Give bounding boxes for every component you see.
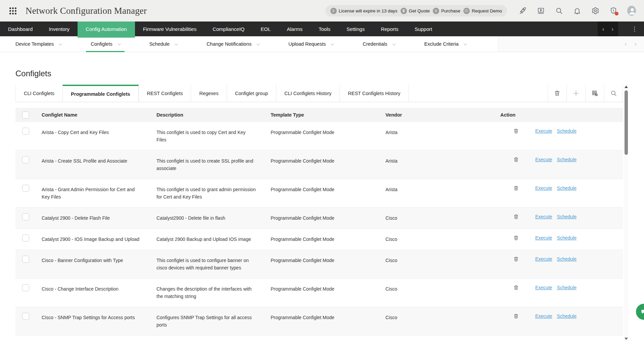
configlet-description: Configures SNMP Trap Settings for all ac… bbox=[150, 307, 265, 335]
primary-nav-items: DashboardInventoryConfig AutomationFirmw… bbox=[0, 22, 440, 36]
configlet-name: Catalyst 2900 - Delete Flash File bbox=[36, 208, 150, 228]
pill-action-label: Purchase bbox=[441, 8, 460, 13]
tab-regexes[interactable]: Regexes bbox=[191, 85, 226, 102]
subnav-item-label: Device Templates bbox=[15, 41, 54, 47]
delete-icon[interactable] bbox=[513, 214, 519, 220]
apps-grid-icon[interactable] bbox=[9, 7, 16, 14]
row-checkbox[interactable] bbox=[22, 256, 29, 263]
execute-link[interactable]: Execute bbox=[535, 234, 552, 242]
scroll-down-icon[interactable] bbox=[625, 338, 628, 340]
row-checkbox[interactable] bbox=[22, 234, 29, 242]
subnav-item-upload-requests[interactable]: Upload Requests bbox=[284, 36, 338, 52]
tab-configlet-group[interactable]: Configlet group bbox=[227, 85, 276, 102]
subnav-item-label: Upload Requests bbox=[288, 41, 326, 47]
configlet-name: Arista - Create SSL Profile and Associat… bbox=[36, 151, 150, 171]
nav-next-icon[interactable]: › bbox=[611, 26, 613, 32]
tab-cli-configlets-history[interactable]: CLI Configlets History bbox=[276, 85, 339, 102]
delete-icon[interactable] bbox=[513, 128, 519, 134]
main-content: Configlets CLI ConfigletsProgrammable Co… bbox=[0, 69, 644, 336]
request-demo-button[interactable]: Request Demo bbox=[463, 8, 502, 14]
schedule-link[interactable]: Schedule bbox=[557, 234, 577, 242]
nav-prev-icon[interactable]: ‹ bbox=[602, 26, 604, 32]
schedule-link[interactable]: Schedule bbox=[557, 213, 577, 220]
delete-icon[interactable] bbox=[513, 285, 519, 291]
subnav-item-schedule[interactable]: Schedule bbox=[145, 36, 182, 52]
nav-item-support[interactable]: Support bbox=[407, 22, 441, 36]
subnav-next-icon[interactable]: › bbox=[635, 41, 637, 47]
nav-item-settings[interactable]: Settings bbox=[338, 22, 373, 36]
nav-item-inventory[interactable]: Inventory bbox=[41, 22, 78, 36]
subnav-prev-icon[interactable]: ‹ bbox=[625, 41, 627, 47]
toolbar-delete-icon[interactable] bbox=[548, 85, 566, 102]
execute-link[interactable]: Execute bbox=[535, 184, 552, 192]
scrollbar-thumb[interactable] bbox=[625, 90, 628, 155]
schedule-link[interactable]: Schedule bbox=[557, 255, 577, 263]
select-all-checkbox[interactable] bbox=[22, 112, 29, 119]
subnav-item-configlets[interactable]: Configlets bbox=[86, 36, 124, 52]
nav-item-alarms[interactable]: Alarms bbox=[279, 22, 311, 36]
delete-icon[interactable] bbox=[513, 235, 519, 241]
schedule-link[interactable]: Schedule bbox=[557, 127, 577, 135]
schedule-link[interactable]: Schedule bbox=[557, 184, 577, 192]
get-quote-button[interactable]: $Get Quote bbox=[401, 8, 430, 14]
nav-item-reports[interactable]: Reports bbox=[373, 22, 407, 36]
scroll-up-icon[interactable] bbox=[625, 86, 628, 88]
security-alert-icon[interactable] bbox=[609, 6, 618, 15]
delete-icon[interactable] bbox=[513, 313, 519, 319]
video-tutorial-icon[interactable] bbox=[537, 6, 545, 15]
tab-programmable-configlets[interactable]: Programmable Configlets bbox=[62, 85, 138, 102]
row-checkbox[interactable] bbox=[22, 213, 29, 220]
settings-gear-icon[interactable] bbox=[591, 6, 600, 15]
execute-link[interactable]: Execute bbox=[535, 312, 552, 320]
tab-cli-configlets[interactable]: CLI Configlets bbox=[15, 85, 62, 102]
toolbar-add-icon[interactable] bbox=[566, 85, 585, 102]
chevron-down-icon bbox=[331, 42, 334, 45]
secondary-nav: Device TemplatesConfigletsScheduleChange… bbox=[0, 36, 644, 52]
toolbar-column-chooser-icon[interactable] bbox=[585, 85, 604, 102]
delete-icon[interactable] bbox=[513, 185, 519, 191]
row-checkbox[interactable] bbox=[22, 156, 29, 163]
nav-item-tools[interactable]: Tools bbox=[311, 22, 338, 36]
schedule-link[interactable]: Schedule bbox=[557, 156, 577, 163]
nav-item-dashboard[interactable]: Dashboard bbox=[0, 22, 41, 36]
pill-action-label: Get Quote bbox=[409, 8, 430, 13]
execute-link[interactable]: Execute bbox=[535, 284, 552, 291]
subnav-item-label: Exclude Criteria bbox=[424, 41, 459, 47]
configlet-name: Catalyst 2900 - IOS Image Backup and Upl… bbox=[36, 229, 150, 250]
execute-link[interactable]: Execute bbox=[535, 127, 552, 135]
nav-item-firmware-vulnerabilities[interactable]: Firmware Vulnerabilities bbox=[135, 22, 205, 36]
search-icon[interactable] bbox=[555, 6, 563, 15]
more-menu-icon[interactable]: ⋮ bbox=[618, 22, 644, 36]
purchase-button[interactable]: Purchase bbox=[433, 8, 460, 14]
execute-link[interactable]: Execute bbox=[535, 156, 552, 163]
subnav-item-change-notifications[interactable]: Change Notifications bbox=[202, 36, 264, 52]
get-quote-icon: $ bbox=[401, 8, 407, 14]
toolbar-search-icon[interactable] bbox=[604, 85, 623, 102]
nav-item-eol[interactable]: EOL bbox=[252, 22, 279, 36]
schedule-link[interactable]: Schedule bbox=[557, 284, 577, 291]
row-checkbox[interactable] bbox=[22, 313, 29, 320]
delete-icon[interactable] bbox=[513, 256, 519, 262]
notifications-bell-icon[interactable] bbox=[573, 6, 582, 15]
row-checkbox[interactable] bbox=[22, 284, 29, 291]
configlet-name: Cisco - Change Interface Description bbox=[36, 279, 150, 299]
delete-icon[interactable] bbox=[513, 157, 519, 163]
schedule-link[interactable]: Schedule bbox=[557, 312, 577, 320]
row-checkbox[interactable] bbox=[22, 128, 29, 135]
tab-rest-configlets[interactable]: REST Configlets bbox=[139, 85, 191, 102]
subnav-item-credentials[interactable]: Credentials bbox=[358, 36, 399, 52]
subnav-item-exclude-criteria[interactable]: Exclude Criteria bbox=[420, 36, 471, 52]
vendor: Arista bbox=[379, 122, 494, 143]
user-avatar[interactable] bbox=[627, 6, 636, 15]
tab-rest-configlets-history[interactable]: REST Configlets History bbox=[339, 85, 409, 102]
execute-link[interactable]: Execute bbox=[535, 255, 552, 263]
subnav-item-device-templates[interactable]: Device Templates bbox=[11, 36, 66, 52]
table-row: Catalyst 2900 - Delete Flash FileCatalys… bbox=[15, 208, 623, 229]
tab-strip: CLI ConfigletsProgrammable ConfigletsRES… bbox=[15, 85, 623, 102]
execute-link[interactable]: Execute bbox=[535, 213, 552, 220]
nav-item-complianceiq[interactable]: ComplianceIQ bbox=[204, 22, 252, 36]
rocket-icon[interactable] bbox=[518, 6, 527, 15]
table-row: Arista - Grant Admin Permission for Cert… bbox=[15, 179, 623, 208]
row-checkbox[interactable] bbox=[22, 185, 29, 192]
nav-item-config-automation[interactable]: Config Automation bbox=[78, 22, 135, 36]
